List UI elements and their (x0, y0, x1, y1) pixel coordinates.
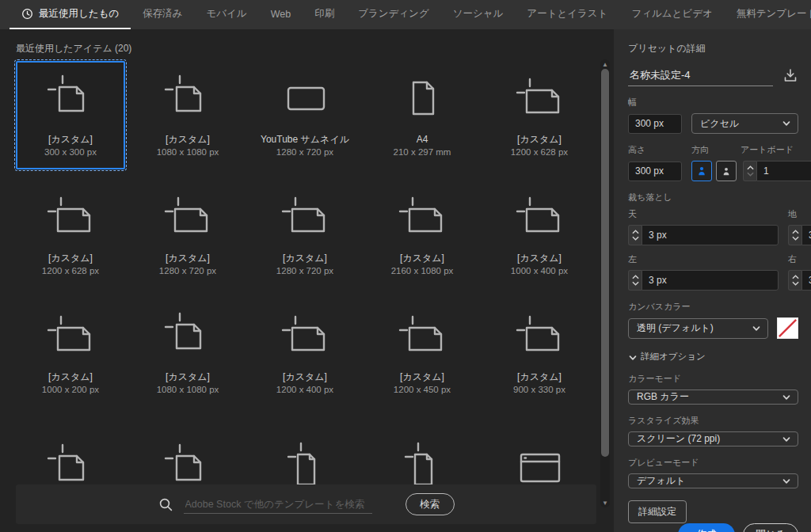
preset-size: 1200 x 400 px (276, 383, 333, 396)
vertical-scrollbar[interactable]: ▲ ▼ (600, 59, 610, 507)
artboards-stepper-arrows[interactable] (743, 161, 756, 181)
preset-tile[interactable]: [カスタム] 300 x 300 px (16, 61, 125, 169)
preset-details-panel: プリセットの詳細 幅 ピクセル 高さ 方向 アートボード (614, 29, 811, 532)
bleed-right-label: 右 (788, 253, 811, 265)
preset-size: 2160 x 1080 px (391, 264, 454, 277)
artboards-field[interactable] (756, 161, 811, 181)
search-button[interactable]: 検索 (406, 493, 455, 515)
search-input[interactable] (184, 496, 372, 514)
template-category-tabbar: 最近使用したもの 保存済み モバイル Web 印刷 ブランディング ソーシャル … (0, 0, 811, 29)
preset-size: 1280 x 720 px (159, 264, 216, 277)
color-mode-label: カラーモード (628, 373, 798, 385)
doc-square-crop-icon (45, 73, 96, 124)
preset-size: 1200 x 628 px (511, 146, 568, 158)
preset-tile[interactable]: [カスタム] 1080 x 1080 px (133, 298, 242, 407)
doc-wide-crop-icon (280, 192, 330, 242)
tab-7[interactable]: アートとイラスト (515, 0, 619, 29)
preset-name: [カスタム] (48, 252, 93, 264)
bleed-left-arrows[interactable] (628, 270, 642, 291)
bleed-top-arrows[interactable] (628, 225, 642, 245)
preview-mode-dropdown[interactable]: デフォルト (628, 473, 798, 488)
preset-tile[interactable]: [カスタム] 900 x 330 px (485, 298, 594, 407)
height-field[interactable] (628, 162, 682, 181)
width-label: 幅 (628, 97, 798, 108)
width-field[interactable] (628, 114, 682, 134)
more-settings-button[interactable]: 詳細設定 (628, 500, 687, 523)
save-preset-icon[interactable] (782, 67, 798, 83)
orientation-portrait-button[interactable] (691, 161, 712, 181)
bleed-right-stepper (788, 270, 811, 291)
preset-tile[interactable]: [カスタム] 1200 x 628 px (485, 61, 594, 169)
doc-wide-crop-icon (397, 310, 447, 361)
preset-tile[interactable]: [カスタム] 1280 x 720 px (133, 180, 242, 288)
preset-tile[interactable]: [カスタム] 1200 x 400 px (250, 298, 360, 407)
tab-3[interactable]: Web (259, 0, 303, 29)
preset-name: [カスタム] (517, 252, 562, 264)
preset-name: [カスタム] (283, 370, 327, 383)
scroll-up-icon[interactable]: ▲ (600, 59, 610, 69)
document-name-field[interactable] (628, 66, 773, 86)
preset-size: 1200 x 450 px (394, 383, 451, 396)
create-button[interactable]: 作成 (678, 523, 735, 532)
bleed-top-field[interactable] (642, 225, 779, 245)
tab-9[interactable]: 無料テンプレート (725, 0, 811, 29)
clock-icon (21, 8, 33, 20)
preset-tile[interactable]: [カスタム] 1000 x 200 px (16, 298, 125, 407)
tab-2[interactable]: モバイル (194, 0, 258, 29)
preset-tile[interactable]: [カスタム] 1080 x 1080 px (133, 61, 242, 169)
doc-wide-crop-icon (280, 310, 330, 361)
section-title: 最近使用したアイテム (20) (16, 42, 131, 55)
scrollbar-thumb[interactable] (601, 69, 609, 457)
bleed-left-field[interactable] (642, 270, 779, 291)
bleed-top-label: 天 (628, 208, 779, 220)
canvas-color-dropdown[interactable]: 透明 (デフォルト) (628, 318, 768, 339)
doc-wide-crop-icon (514, 310, 565, 361)
tab-5[interactable]: ブランディング (346, 0, 441, 29)
tab-4[interactable]: 印刷 (303, 0, 346, 29)
orientation-landscape-button[interactable] (716, 161, 737, 181)
recent-items-area: 最近使用したアイテム (20) [カスタム] 300 x 300 px [カスタ… (0, 29, 614, 532)
bleed-right-arrows[interactable] (788, 270, 801, 291)
bleed-right-field[interactable] (801, 270, 811, 291)
preset-tile[interactable]: A4 210 x 297 mm (367, 61, 477, 169)
chevron-down-icon (628, 353, 636, 361)
unit-value: ピクセル (700, 117, 782, 131)
chevron-down-icon (782, 119, 791, 128)
tab-1[interactable]: 保存済み (131, 0, 194, 29)
canvas-color-label: カンバスカラー (628, 301, 798, 313)
preset-size: 1280 x 720 px (276, 264, 333, 277)
tab-8[interactable]: フィルムとビデオ (619, 0, 724, 29)
unit-dropdown[interactable]: ピクセル (691, 113, 798, 134)
raster-effects-label: ラスタライズ効果 (628, 415, 798, 427)
artboards-stepper (743, 161, 811, 181)
preset-tile[interactable]: [カスタム] 1200 x 450 px (367, 298, 477, 407)
preset-size: 300 x 300 px (44, 146, 97, 158)
bleed-bottom-field[interactable] (801, 225, 811, 245)
chevron-down-icon (752, 324, 761, 333)
bleed-top-stepper (628, 225, 779, 245)
preset-tile[interactable]: YouTube サムネイル 1280 x 720 px (250, 61, 360, 169)
preset-tile[interactable]: [カスタム] 1280 x 720 px (250, 180, 360, 288)
preset-tile[interactable]: [カスタム] 2160 x 1080 px (367, 180, 477, 288)
advanced-options-toggle[interactable]: 詳細オプション (628, 351, 798, 363)
transparent-swatch[interactable] (777, 317, 798, 339)
preset-tile[interactable]: [カスタム] 1000 x 400 px (485, 180, 594, 288)
orientation-label: 方向 (691, 144, 741, 156)
tab-0[interactable]: 最近使用したもの (10, 0, 131, 29)
preset-name: [カスタム] (166, 133, 210, 146)
scroll-down-icon[interactable]: ▼ (600, 498, 610, 507)
color-mode-dropdown[interactable]: RGB カラー (628, 390, 798, 405)
preset-name: [カスタム] (166, 370, 210, 383)
raster-effects-dropdown[interactable]: スクリーン (72 ppi) (628, 431, 798, 446)
close-button[interactable]: 閉じる (743, 523, 798, 532)
chevron-down-icon (782, 393, 791, 402)
panel-title: プリセットの詳細 (628, 42, 798, 55)
preset-tile[interactable]: [カスタム] 1200 x 628 px (16, 180, 125, 288)
preset-name: [カスタム] (517, 133, 562, 146)
tab-6[interactable]: ソーシャル (441, 0, 516, 29)
raster-effects-value: スクリーン (72 ppi) (637, 432, 782, 446)
bleed-bottom-arrows[interactable] (788, 225, 801, 245)
doc-wide-crop-icon (45, 192, 96, 242)
doc-wide-crop-icon (514, 192, 565, 242)
template-search-bar: 検索 (16, 484, 596, 524)
